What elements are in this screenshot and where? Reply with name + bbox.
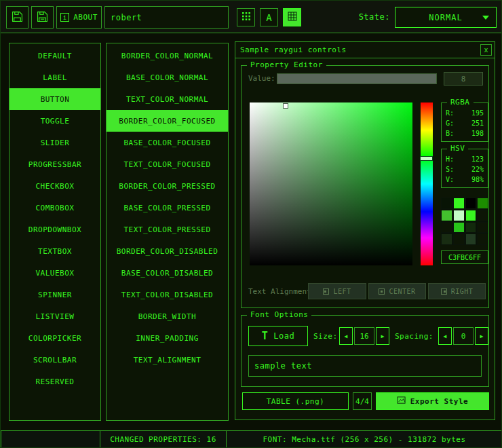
property-list-item[interactable]: BASE_COLOR_FOCUSED bbox=[107, 132, 228, 153]
control-list-item[interactable]: TOGGLE bbox=[9, 110, 100, 132]
property-list-item[interactable]: BORDER_COLOR_DISABLED bbox=[107, 240, 228, 262]
color-swatch[interactable] bbox=[453, 234, 465, 245]
size-decrease-button[interactable]: ◀ bbox=[339, 327, 353, 345]
color-swatch[interactable] bbox=[453, 222, 465, 234]
property-list-item[interactable]: BASE_COLOR_NORMAL bbox=[107, 67, 228, 88]
window-title: Sample raygui controls bbox=[240, 45, 347, 54]
rgba-groupbox: RGBA R: 195 G: 251 B: 198 bbox=[441, 102, 488, 142]
control-list-item[interactable]: BUTTON bbox=[9, 88, 100, 110]
state-label: State: bbox=[351, 12, 390, 22]
color-swatch[interactable] bbox=[477, 198, 488, 209]
style-name-input[interactable] bbox=[104, 6, 229, 29]
save-style-button[interactable] bbox=[31, 6, 54, 29]
hsv-hue: H: 123 bbox=[442, 154, 488, 164]
control-list-item[interactable]: COLORPICKER bbox=[9, 327, 100, 349]
spacing-increase-button[interactable]: ▶ bbox=[475, 327, 488, 345]
control-list-item[interactable]: LABEL bbox=[9, 67, 100, 88]
property-list-item[interactable]: BASE_COLOR_DISABLED bbox=[107, 262, 228, 284]
property-list-item[interactable]: TEXT_COLOR_DISABLED bbox=[107, 284, 228, 305]
align-center-button: CENTER bbox=[368, 283, 426, 299]
color-swatch[interactable] bbox=[453, 198, 465, 209]
export-style-button[interactable]: Export Style bbox=[376, 392, 489, 410]
color-swatch[interactable] bbox=[465, 210, 477, 221]
property-list-item[interactable]: BORDER_COLOR_PRESSED bbox=[107, 175, 228, 197]
control-list-item[interactable]: SLIDER bbox=[9, 132, 100, 153]
export-format-button[interactable]: TABLE (.png) bbox=[242, 392, 349, 410]
property-list-item[interactable]: TEXT_COLOR_FOCUSED bbox=[107, 153, 228, 175]
grid-view-button[interactable] bbox=[237, 8, 255, 26]
color-swatch[interactable] bbox=[441, 198, 452, 209]
property-list-item[interactable]: TEXT_COLOR_NORMAL bbox=[107, 88, 228, 110]
control-list-item[interactable]: CHECKBOX bbox=[9, 175, 100, 197]
sample-text-input[interactable] bbox=[248, 355, 482, 377]
color-picker-cursor[interactable] bbox=[284, 104, 288, 108]
control-list-item[interactable]: VALUEBOX bbox=[9, 262, 100, 284]
color-swatch[interactable] bbox=[465, 234, 477, 245]
toolbar: i ABOUT A State: NORMAL bbox=[1, 1, 502, 33]
color-swatch[interactable] bbox=[441, 234, 452, 245]
export-icon bbox=[397, 396, 406, 407]
font-atlas-button[interactable]: A bbox=[260, 8, 278, 26]
hsv-groupbox: HSV H: 123 S: 22% V: 98% bbox=[441, 149, 488, 188]
left-arrow-icon: ◀ bbox=[444, 333, 447, 339]
control-list-item[interactable]: SPINNER bbox=[9, 284, 100, 305]
color-picker-panel[interactable] bbox=[250, 102, 412, 265]
color-swatch[interactable] bbox=[477, 222, 488, 234]
property-list-item[interactable]: BORDER_COLOR_FOCUSED bbox=[107, 110, 228, 132]
hsv-title: HSV bbox=[447, 144, 468, 153]
align-left-icon bbox=[323, 288, 329, 295]
hsv-value: V: 98% bbox=[442, 174, 488, 185]
size-label: Size: bbox=[313, 332, 338, 341]
control-list-item[interactable]: LISTVIEW bbox=[9, 305, 100, 327]
text-alignment-label: Text Alignment: bbox=[248, 287, 315, 296]
sample-controls-window: Sample raygui controls x Property Editor… bbox=[235, 41, 495, 420]
color-swatch[interactable] bbox=[453, 210, 465, 221]
spacing-label: Spacing: bbox=[395, 332, 433, 341]
property-list-item[interactable]: BASE_COLOR_PRESSED bbox=[107, 197, 228, 219]
window-title-bar[interactable]: Sample raygui controls x bbox=[235, 42, 495, 58]
hex-color-input[interactable]: C3FBC6FF bbox=[441, 250, 488, 264]
hue-slider[interactable] bbox=[421, 102, 433, 265]
property-list-item[interactable]: INNER_PADDING bbox=[107, 327, 228, 349]
floppy-disk-icon bbox=[37, 11, 48, 24]
rgba-green: G: 251 bbox=[442, 118, 488, 128]
property-list-item[interactable]: BORDER_WIDTH bbox=[107, 305, 228, 327]
property-list-item[interactable]: BORDER_COLOR_NORMAL bbox=[107, 45, 228, 67]
close-button[interactable]: x bbox=[480, 44, 492, 56]
style-table-view-button[interactable] bbox=[283, 8, 301, 26]
control-list-item[interactable]: COMBOBOX bbox=[9, 197, 100, 219]
value-label: Value: bbox=[248, 74, 275, 83]
color-swatch[interactable] bbox=[477, 210, 488, 221]
control-list-item[interactable]: PROGRESSBAR bbox=[9, 153, 100, 175]
control-list-item[interactable]: RESERVED bbox=[9, 371, 100, 392]
font-load-button[interactable]: T Load bbox=[248, 326, 308, 346]
size-increase-button[interactable]: ▶ bbox=[376, 327, 389, 345]
rgba-red: R: 195 bbox=[442, 108, 488, 118]
control-list-item[interactable]: DROPDOWNBOX bbox=[9, 219, 100, 240]
about-button[interactable]: i ABOUT bbox=[56, 6, 102, 29]
state-value: NORMAL bbox=[429, 13, 462, 22]
load-style-button[interactable] bbox=[6, 6, 28, 29]
hsv-saturation: S: 22% bbox=[442, 164, 488, 174]
color-swatch[interactable] bbox=[441, 222, 452, 234]
property-list-item[interactable]: TEXT_ALIGNMENT bbox=[107, 349, 228, 371]
status-changed-properties: CHANGED PROPERTIES: 16 bbox=[100, 430, 227, 448]
control-list-item[interactable]: DEFAULT bbox=[9, 45, 100, 67]
property-editor-groupbox: Property Editor Value: 8 RGBA R: 195 G: … bbox=[241, 65, 489, 308]
about-label: ABOUT bbox=[73, 13, 98, 22]
color-swatch[interactable] bbox=[465, 222, 477, 234]
control-list-item[interactable]: SCROLLBAR bbox=[9, 349, 100, 371]
state-dropdown[interactable]: NORMAL bbox=[395, 7, 497, 28]
property-list-item[interactable]: TEXT_COLOR_PRESSED bbox=[107, 219, 228, 240]
color-swatch[interactable] bbox=[441, 210, 452, 221]
left-arrow-icon: ◀ bbox=[345, 333, 348, 339]
style-color-grid bbox=[441, 198, 488, 245]
control-list-item[interactable]: TEXTBOX bbox=[9, 240, 100, 262]
spacing-decrease-button[interactable]: ◀ bbox=[438, 327, 452, 345]
controls-list: DEFAULTLABELBUTTONTOGGLESLIDERPROGRESSBA… bbox=[9, 43, 101, 421]
property-editor-title: Property Editor bbox=[247, 60, 326, 69]
align-left-button: LEFT bbox=[308, 283, 366, 299]
hue-slider-handle[interactable] bbox=[420, 156, 433, 161]
color-swatch[interactable] bbox=[465, 198, 477, 209]
color-swatch[interactable] bbox=[477, 234, 488, 245]
